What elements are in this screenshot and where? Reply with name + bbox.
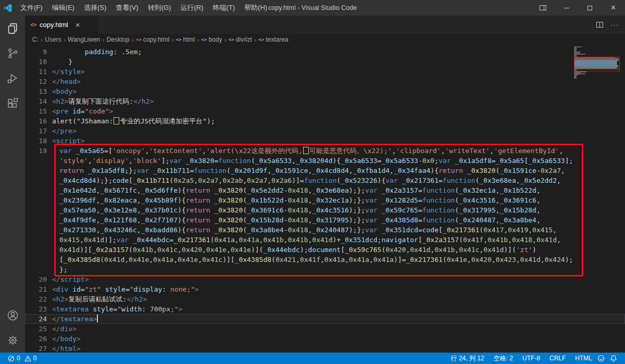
status-cursor-position[interactable]: 行 24, 列 12 [448,353,487,364]
code-line[interactable]: 23<textarea style="width: 700px;"> [25,304,625,314]
code-line[interactable]: 13<body> [25,86,625,96]
breadcrumb-item[interactable]: Users [45,36,61,43]
code-line[interactable]: 14<h2>请复制下面这行代码:</h2> [25,96,625,106]
code-line[interactable]: }; [25,265,625,274]
highlighted-invisible-char [114,117,119,124]
element-icon: <> [258,37,264,42]
close-icon[interactable]: × [602,0,625,16]
explorer-icon[interactable] [0,16,25,41]
code-line[interactable]: 25</div> [25,324,625,334]
line-number [25,215,47,225]
code-text: 0x415,0x41d)];var _0x44ebdc=_0x217361(0x… [47,235,561,245]
code-line[interactable]: 0x415,0x41d)];var _0x44ebdc=_0x217361(0x… [25,235,625,245]
code-line[interactable]: return _0x1a5df8;};var _0x11b711=functio… [25,166,625,175]
line-number: 19 [25,146,47,156]
line-number: 21 [25,284,47,294]
code-text: </head> [47,77,81,86]
menu-item[interactable]: 帮助(H) [240,0,272,16]
status-language-mode[interactable]: HTML [572,353,595,364]
code-line[interactable]: 17</pre> [25,126,625,136]
line-number [25,185,47,195]
vscode-logo-icon[interactable] [0,0,16,16]
menu-item[interactable]: 文件(F) [16,0,47,16]
code-line[interactable]: _0x4cd8d4);};code[_0x11b711(0x2a5,0x2a7,… [25,175,625,185]
code-line[interactable]: 10 } [25,57,625,67]
code-line[interactable]: _0x1e042d,_0x5671fc,_0x5d6ffe){return _0… [25,185,625,195]
breadcrumb-item[interactable]: C: [32,36,39,43]
feedback-icon[interactable] [595,355,607,362]
code-line[interactable]: 16alert("JShaman:专业的JS代码混淆加密平台"); [25,116,625,126]
line-number [25,245,47,255]
notifications-bell-icon[interactable] [607,355,620,362]
line-number: 24 [25,314,47,324]
code-line[interactable]: 18<script> [25,136,625,146]
breadcrumb-item[interactable]: WangLiwen [68,36,100,43]
settings-gear-icon[interactable] [0,328,25,353]
code-line[interactable]: 20</script> [25,274,625,284]
maximize-icon[interactable] [578,0,602,16]
code-line[interactable]: 24</textarea> [25,314,625,324]
code-line[interactable]: 19var _0x5a65=['oncopy','textContent','a… [25,146,625,156]
code-text: _0x4f9dfe,_0x121f68,_0x2f7107){return _0… [47,215,541,225]
line-number: 17 [25,126,47,136]
code-text: </div> [47,324,77,334]
code-line[interactable]: _0x57ea50,_0x3e12e8,_0x37b01c){return _0… [25,205,625,215]
code-text: alert("JShaman:专业的JS代码混淆加密平台"); [47,116,215,126]
line-number: 16 [25,116,47,126]
code-text: </script> [47,274,89,284]
breadcrumb-item[interactable]: <>copy.html [136,36,169,43]
split-editor-icon[interactable] [596,22,603,28]
breadcrumb-label: Desktop [107,36,130,43]
minimize-icon[interactable] [555,0,578,16]
status-encoding[interactable]: UTF-8 [520,353,543,364]
status-problems[interactable]: 0 0 [5,353,39,364]
code-text: </textarea> [47,314,98,324]
minimap[interactable] [574,46,622,79]
breadcrumb-item[interactable]: Desktop [107,36,130,43]
tab-copy-html[interactable]: <> copy.html × [25,16,98,34]
code-line[interactable]: 12</head> [25,77,625,86]
code-line[interactable]: 21<div id="zt" style="display: none;"> [25,284,625,294]
breadcrumb-item[interactable]: <>body [202,36,222,43]
tab-bar: <> copy.html × ··· [25,16,625,34]
code-line[interactable]: 11</style> [25,67,625,77]
code-line[interactable]: [_0x4385d8(0x41d,0x41e,0x41a,0x41e,0x41c… [25,255,625,265]
code-line[interactable]: 9 padding: .5em; [25,47,625,57]
tab-label: copy.html [40,21,68,29]
breadcrumb-item[interactable]: <>textarea [258,36,288,43]
breadcrumb-label: body [208,36,222,43]
code-text: padding: .5em; [47,47,142,57]
status-eol[interactable]: CRLF [547,353,568,364]
line-number [25,265,47,274]
code-line[interactable]: 'style','display','block'];var _0x3820=f… [25,156,625,166]
menu-item[interactable]: 终端(T) [208,0,240,16]
status-indentation[interactable]: 空格: 2 [491,353,516,364]
account-icon[interactable] [0,303,25,328]
source-control-icon[interactable] [0,41,25,66]
editor[interactable]: 9 padding: .5em;10 }11</style>12</head>1… [25,45,625,353]
breadcrumb-item[interactable]: <>html [176,36,195,43]
menu-item[interactable]: 查看(V) [111,0,143,16]
customize-layout-icon[interactable] [531,0,555,16]
code-line[interactable]: 0x41d)][_0x2a3157(0x41b,0x41c,0x420,0x41… [25,245,625,255]
more-actions-icon[interactable]: ··· [610,21,619,29]
code-line[interactable]: 15<pre id="code"> [25,106,625,116]
extensions-icon[interactable] [0,91,25,116]
code-line[interactable]: _0x4f9dfe,_0x121f68,_0x2f7107){return _0… [25,215,625,225]
menu-item[interactable]: 运行(R) [176,0,208,16]
code-line[interactable]: 26</body> [25,334,625,344]
code-text: } [47,57,72,67]
breadcrumb-item[interactable]: <>div#zt [229,36,252,43]
code-line[interactable]: 27</html> [25,344,625,353]
code-line[interactable]: _0x271330,_0x43246c,_0xbadd86){return _0… [25,225,625,235]
run-and-debug-icon[interactable] [0,66,25,91]
element-icon: <> [229,37,234,42]
line-number: 25 [25,324,47,334]
tab-close-icon[interactable]: × [76,21,80,29]
line-number [25,255,47,265]
menu-item[interactable]: 转到(G) [143,0,176,16]
code-line[interactable]: 22<h2>复制后请粘贴试试:</h2> [25,294,625,304]
menu-item[interactable]: 选择(S) [79,0,111,16]
menu-item[interactable]: 编辑(E) [47,0,79,16]
code-line[interactable]: _0x2396df,_0x82eaca,_0x45b89f){return _0… [25,195,625,205]
